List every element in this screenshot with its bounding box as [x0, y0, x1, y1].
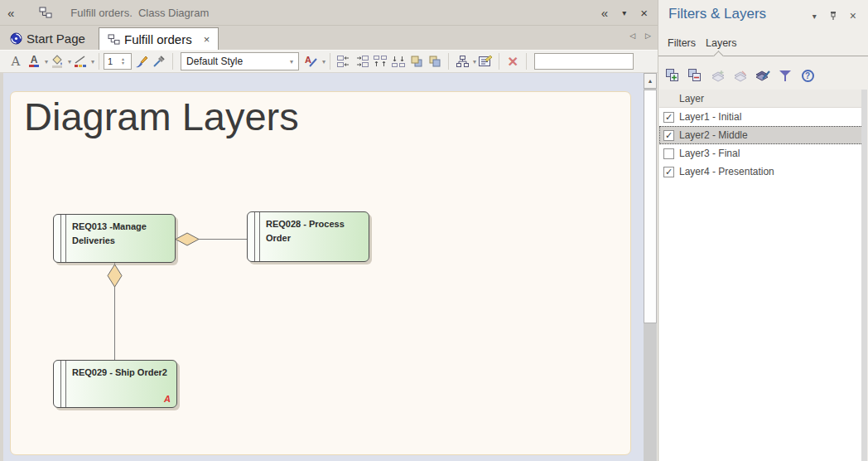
tab-start-page[interactable]: Start Page: [2, 27, 94, 50]
spin-down-icon[interactable]: ▾: [122, 61, 124, 66]
auto-layout-icon[interactable]: [455, 52, 470, 70]
add-to-layer-button-disabled[interactable]: [710, 67, 726, 84]
line-width-input[interactable]: [104, 56, 121, 66]
bring-to-front-icon[interactable]: [409, 52, 424, 70]
filter-icon[interactable]: [777, 67, 793, 84]
canvas-vertical-scrollbar[interactable]: ▲: [644, 73, 657, 461]
panel-title: Filters & Layers: [668, 6, 766, 22]
tab-fulfill-orders[interactable]: Fulfill orders ×: [99, 27, 219, 50]
layer-row-1[interactable]: ✓ Layer1 - Initial: [659, 108, 863, 126]
diagram-canvas[interactable]: Diagram Layers REQ013 -Manage Deliveries…: [0, 73, 644, 461]
send-to-back-icon[interactable]: [427, 52, 442, 70]
panel-tab-filters[interactable]: Filters: [668, 37, 696, 49]
layer-column-header: Layer: [679, 93, 704, 104]
document-tabbar: Start Page Fulfill orders × ◁ ▷: [0, 26, 658, 50]
panel-scrollbar[interactable]: [861, 90, 867, 461]
titlebar-menu-icon[interactable]: ▾: [622, 8, 626, 17]
diagram-toolbar: A A ▾ ▾ ▾: [0, 50, 658, 73]
toolbar-separator: [99, 53, 99, 70]
panel-tabs: Filters Layers: [658, 35, 868, 56]
scrollbar-thumb[interactable]: [644, 90, 657, 323]
delete-layer-button[interactable]: [687, 67, 704, 84]
layer1-label: Layer1 - Initial: [679, 111, 741, 123]
tab-fulfill-orders-label: Fulfill orders: [124, 32, 192, 46]
toolbar-search-input[interactable]: [534, 53, 634, 70]
fill-color-dropdown-icon[interactable]: ▾: [68, 58, 71, 66]
scroll-up-button[interactable]: ▲: [644, 73, 657, 89]
element-req028[interactable]: REQ028 - Process Order: [247, 211, 369, 262]
pin-icon[interactable]: [829, 11, 837, 21]
layer-row-4[interactable]: ✓ Layer4 - Presentation: [659, 163, 863, 181]
align-right-icon[interactable]: [354, 52, 369, 70]
diagram-properties-icon[interactable]: [478, 52, 493, 70]
remove-from-layer-button-disabled[interactable]: [732, 67, 749, 84]
layer-row-2[interactable]: ✓ Layer2 - Middle: [659, 126, 863, 144]
apply-style-button[interactable]: A: [304, 52, 319, 70]
tab-scroll-left-icon[interactable]: ◁: [629, 32, 635, 40]
titlebar-close-icon[interactable]: ×: [640, 6, 648, 20]
tab-close-icon[interactable]: ×: [204, 33, 210, 46]
diagram-page-title: Diagram Layers: [24, 94, 299, 139]
layer4-label: Layer4 - Presentation: [679, 166, 774, 177]
toolbar-separator: [330, 53, 330, 70]
line-color-dropdown-icon[interactable]: ▾: [91, 58, 94, 66]
element-req029-badge: A: [164, 394, 171, 404]
layer-list: Layer ✓ Layer1 - Initial ✓ Layer2 - Midd…: [659, 90, 863, 461]
toolbar-separator: [172, 53, 173, 70]
tab-start-page-label: Start Page: [27, 32, 85, 46]
collapse-left-icon[interactable]: «: [7, 6, 14, 20]
align-top-icon[interactable]: [373, 52, 388, 70]
diagram-titlebar: « Fulfill orders. Class Diagram « ▾ ×: [0, 0, 658, 26]
layer-row-3[interactable]: Layer3 - Final: [659, 144, 863, 163]
diagram-title: Fulfill orders. Class Diagram: [70, 7, 209, 19]
add-layer-button[interactable]: [665, 67, 682, 84]
delete-element-button[interactable]: ✕: [505, 52, 520, 70]
panel-close-icon[interactable]: ×: [850, 9, 856, 22]
fill-color-button[interactable]: [50, 52, 65, 70]
layer3-checkbox[interactable]: [663, 148, 674, 159]
style-combobox-value: Default Style: [186, 56, 290, 67]
layer4-checkbox[interactable]: ✓: [663, 167, 674, 177]
layer2-label: Layer2 - Middle: [679, 129, 748, 141]
help-icon[interactable]: ?: [799, 67, 816, 84]
line-color-button[interactable]: [73, 52, 88, 70]
check-icon: ✓: [665, 131, 673, 140]
align-bottom-icon[interactable]: [391, 52, 406, 70]
aggregation-diamond-icon[interactable]: [107, 264, 123, 288]
font-color-button[interactable]: A: [27, 52, 41, 70]
tab-scroll-right-icon[interactable]: ▷: [645, 32, 651, 40]
edit-layer-button[interactable]: [755, 67, 771, 84]
class-diagram-icon: [108, 34, 120, 45]
check-icon: ✓: [665, 167, 673, 177]
check-icon: ✓: [665, 113, 673, 122]
format-painter-icon[interactable]: [133, 52, 148, 70]
line-width-spinner[interactable]: ▴ ▾: [104, 53, 132, 70]
layers-toolbar: ?: [665, 66, 816, 85]
eyedropper-icon[interactable]: [152, 52, 166, 70]
class-diagram-icon: [39, 7, 52, 18]
titlebar-collapse-icon[interactable]: «: [601, 6, 608, 20]
layer1-checkbox[interactable]: ✓: [663, 112, 674, 123]
panel-menu-icon[interactable]: ▾: [813, 12, 817, 21]
connector-req013-req028[interactable]: [198, 239, 248, 240]
style-combobox-dropdown-icon[interactable]: ▾: [290, 58, 293, 66]
diagram-page[interactable]: Diagram Layers REQ013 -Manage Deliveries…: [10, 91, 631, 455]
svg-text:A: A: [305, 55, 311, 65]
layer-list-header: Layer: [659, 90, 863, 108]
panel-tab-layers[interactable]: Layers: [706, 37, 737, 49]
toolbar-separator: [448, 53, 449, 70]
element-req013[interactable]: REQ013 -Manage Deliveries: [53, 214, 176, 263]
start-page-icon: [10, 32, 22, 45]
panel-header: Filters & Layers ▾ ×: [658, 0, 868, 33]
element-req013-label: REQ013 -Manage Deliveries: [72, 220, 170, 248]
align-left-icon[interactable]: [336, 52, 351, 70]
style-combobox[interactable]: Default Style ▾: [181, 52, 299, 70]
font-color-dropdown-icon[interactable]: ▾: [45, 58, 48, 66]
apply-style-dropdown-icon[interactable]: ▾: [322, 58, 326, 66]
aggregation-diamond-icon[interactable]: [175, 232, 200, 246]
toolbar-separator: [499, 53, 499, 70]
auto-layout-dropdown-icon[interactable]: ▾: [473, 58, 476, 66]
font-dialog-button[interactable]: A: [8, 52, 23, 70]
layer2-checkbox[interactable]: ✓: [663, 130, 674, 141]
element-req029[interactable]: REQ029 - Ship Order2 A: [53, 360, 177, 408]
